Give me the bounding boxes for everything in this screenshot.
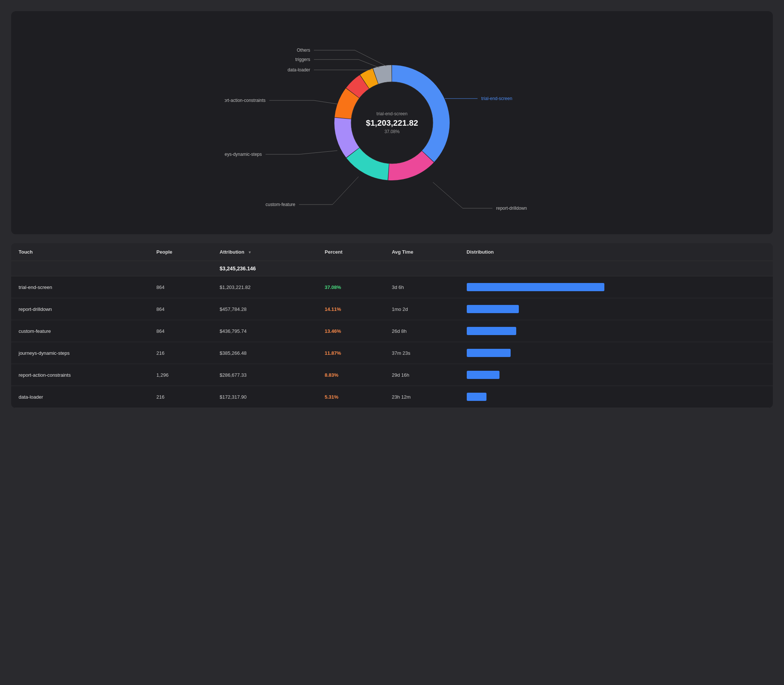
label-jds: journeys-dynamic-steps: [225, 152, 262, 157]
table-row: report-action-constraints 1,296 $286,677…: [11, 364, 773, 386]
cell-distribution: [459, 320, 773, 342]
col-attribution[interactable]: Attribution ▼: [213, 243, 317, 261]
cell-distribution: [459, 298, 773, 320]
total-touch: [11, 261, 149, 276]
line-triggers: [359, 60, 379, 68]
cell-touch: trial-end-screen: [11, 276, 149, 298]
cell-percent: 37.08%: [317, 276, 384, 298]
cell-percent: 11.87%: [317, 342, 384, 364]
cell-avg-time: 29d 16h: [384, 364, 459, 386]
cell-distribution: [459, 342, 773, 364]
total-percent: [317, 261, 384, 276]
sort-icon: ▼: [248, 250, 252, 254]
table-row: data-loader 216 $172,317.90 5.31% 23h 12…: [11, 386, 773, 408]
dist-bar-container: [467, 283, 765, 291]
dist-bar: [467, 283, 604, 291]
cell-attribution: $286,677.33: [213, 364, 317, 386]
total-dist: [459, 261, 773, 276]
cell-attribution: $1,203,221.82: [213, 276, 317, 298]
table-row: report-drilldown 864 $457,784.28 14.11% …: [11, 298, 773, 320]
label-data-loader: data-loader: [287, 67, 310, 73]
col-percent: Percent: [317, 243, 384, 261]
cell-distribution: [459, 364, 773, 386]
line-rd: [433, 182, 463, 208]
cell-attribution: $457,784.28: [213, 298, 317, 320]
chart-svg: trial-end-screen $1,203,221.82 37.08% Ot…: [225, 26, 559, 219]
cell-avg-time: 37m 23s: [384, 342, 459, 364]
center-percent: 37.08%: [385, 129, 400, 134]
total-people: [149, 261, 213, 276]
table-section: Touch People Attribution ▼ Percent Avg T…: [11, 243, 773, 408]
cell-people: 216: [149, 386, 213, 408]
chart-wrapper: trial-end-screen $1,203,221.82 37.08% Ot…: [34, 26, 750, 219]
cell-percent: 13.46%: [317, 320, 384, 342]
total-row: $3,245,236.146: [11, 261, 773, 276]
line-rac: [314, 101, 338, 104]
chart-section: trial-end-screen $1,203,221.82 37.08% Ot…: [11, 11, 773, 234]
center-label: trial-end-screen: [377, 111, 407, 117]
cell-touch: journeys-dynamic-steps: [11, 342, 149, 364]
label-rac: report-action-constraints: [225, 98, 266, 103]
line-jds: [299, 151, 337, 154]
center-value: $1,203,221.82: [366, 118, 419, 128]
cell-people: 1,296: [149, 364, 213, 386]
dist-bar: [467, 371, 500, 379]
cell-distribution: [459, 276, 773, 298]
main-container: trial-end-screen $1,203,221.82 37.08% Ot…: [11, 11, 773, 408]
cell-touch: custom-feature: [11, 320, 149, 342]
line-cf: [333, 177, 359, 205]
col-touch: Touch: [11, 243, 149, 261]
cell-avg-time: 26d 8h: [384, 320, 459, 342]
col-avg-time: Avg Time: [384, 243, 459, 261]
label-tes: trial-end-screen: [481, 96, 512, 101]
line-others: [355, 50, 386, 66]
cell-touch: report-action-constraints: [11, 364, 149, 386]
cell-touch: data-loader: [11, 386, 149, 408]
cell-avg-time: 1mo 2d: [384, 298, 459, 320]
table-header-row: Touch People Attribution ▼ Percent Avg T…: [11, 243, 773, 261]
dist-bar: [467, 349, 511, 357]
attribution-table: Touch People Attribution ▼ Percent Avg T…: [11, 243, 773, 408]
dist-bar-container: [467, 393, 765, 401]
dist-bar: [467, 327, 516, 335]
cell-avg-time: 3d 6h: [384, 276, 459, 298]
dist-bar-container: [467, 327, 765, 335]
label-cf: custom-feature: [266, 202, 295, 207]
col-people: People: [149, 243, 213, 261]
cell-people: 216: [149, 342, 213, 364]
cell-people: 864: [149, 276, 213, 298]
cell-distribution: [459, 386, 773, 408]
total-avg-time: [384, 261, 459, 276]
cell-attribution: $385,266.48: [213, 342, 317, 364]
cell-people: 864: [149, 320, 213, 342]
table-row: journeys-dynamic-steps 216 $385,266.48 1…: [11, 342, 773, 364]
cell-percent: 5.31%: [317, 386, 384, 408]
dist-bar-container: [467, 371, 765, 379]
cell-percent: 8.83%: [317, 364, 384, 386]
label-rd: report-drilldown: [496, 206, 527, 211]
cell-attribution: $436,795.74: [213, 320, 317, 342]
table-row: custom-feature 864 $436,795.74 13.46% 26…: [11, 320, 773, 342]
table-row: trial-end-screen 864 $1,203,221.82 37.08…: [11, 276, 773, 298]
label-triggers: triggers: [295, 57, 310, 62]
dist-bar-container: [467, 305, 765, 313]
label-others: Others: [297, 48, 310, 53]
cell-touch: report-drilldown: [11, 298, 149, 320]
cell-people: 864: [149, 298, 213, 320]
dist-bar: [467, 305, 519, 313]
dist-bar-container: [467, 349, 765, 357]
cell-percent: 14.11%: [317, 298, 384, 320]
cell-avg-time: 23h 12m: [384, 386, 459, 408]
cell-attribution: $172,317.90: [213, 386, 317, 408]
col-distribution: Distribution: [459, 243, 773, 261]
total-attribution: $3,245,236.146: [213, 261, 317, 276]
dist-bar: [467, 393, 487, 401]
